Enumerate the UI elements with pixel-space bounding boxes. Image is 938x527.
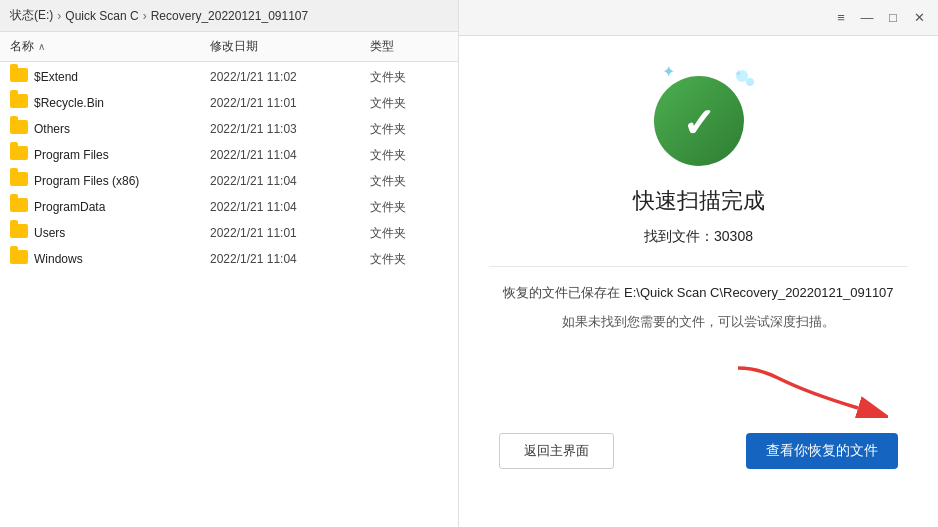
- success-circle: ✦ ✦ ✓: [654, 76, 744, 166]
- checkmark-icon: ✓: [682, 103, 716, 143]
- file-type: 文件夹: [370, 225, 450, 242]
- folder-icon: [10, 94, 28, 112]
- recovery-panel: ≡ — □ ✕ ✦ ✦ ✓ 快速扫描完成 找到文件：30308 恢复的文件已保存…: [458, 0, 938, 527]
- file-date: 2022/1/21 11:04: [210, 200, 370, 214]
- sort-arrow-icon: ∧: [38, 41, 45, 52]
- button-row: 返回主界面 查看你恢复的文件: [489, 433, 908, 469]
- files-found-count: 30308: [714, 228, 753, 244]
- file-date: 2022/1/21 11:03: [210, 122, 370, 136]
- recovery-content: ✦ ✦ ✓ 快速扫描完成 找到文件：30308 恢复的文件已保存在 E:\Qui…: [459, 36, 938, 527]
- folder-icon: [10, 146, 28, 164]
- save-path-prefix: 恢复的文件已保存在: [503, 285, 620, 300]
- file-type: 文件夹: [370, 121, 450, 138]
- folder-icon: [10, 224, 28, 242]
- file-name: ProgramData: [34, 200, 210, 214]
- file-type: 文件夹: [370, 251, 450, 268]
- file-row[interactable]: Program Files 2022/1/21 11:04 文件夹: [0, 142, 480, 168]
- breadcrumb-sep2: ›: [143, 9, 147, 23]
- file-row[interactable]: Users 2022/1/21 11:01 文件夹: [0, 220, 480, 246]
- save-path-text: 恢复的文件已保存在 E:\Quick Scan C\Recovery_20220…: [503, 283, 893, 304]
- file-row[interactable]: $Extend 2022/1/21 11:02 文件夹: [0, 64, 480, 90]
- folder-icon: [10, 172, 28, 190]
- save-path-value: E:\Quick Scan C\Recovery_20220121_091107: [624, 285, 894, 300]
- col-type-label: 类型: [370, 38, 450, 55]
- breadcrumb-part3[interactable]: Recovery_20220121_091107: [151, 9, 308, 23]
- file-row[interactable]: Others 2022/1/21 11:03 文件夹: [0, 116, 480, 142]
- file-date: 2022/1/21 11:04: [210, 252, 370, 266]
- col-name-label[interactable]: 名称: [10, 38, 34, 55]
- col-date-label: 修改日期: [210, 38, 370, 55]
- file-name: $Recycle.Bin: [34, 96, 210, 110]
- explorer-panel: 状态(E:) › Quick Scan C › Recovery_2022012…: [0, 0, 480, 527]
- close-button[interactable]: ✕: [910, 9, 928, 27]
- breadcrumb-sep1: ›: [57, 9, 61, 23]
- folder-icon: [10, 68, 28, 86]
- minimize-button[interactable]: —: [858, 9, 876, 27]
- file-date: 2022/1/21 11:01: [210, 226, 370, 240]
- file-type: 文件夹: [370, 95, 450, 112]
- divider: [489, 266, 908, 267]
- file-row[interactable]: Program Files (x86) 2022/1/21 11:04 文件夹: [0, 168, 480, 194]
- red-arrow-icon: [728, 363, 888, 418]
- file-name: Users: [34, 226, 210, 240]
- file-date: 2022/1/21 11:02: [210, 70, 370, 84]
- file-row[interactable]: $Recycle.Bin 2022/1/21 11:01 文件夹: [0, 90, 480, 116]
- sparkle-2: ✦: [734, 68, 742, 79]
- file-row[interactable]: ProgramData 2022/1/21 11:04 文件夹: [0, 194, 480, 220]
- back-button[interactable]: 返回主界面: [499, 433, 614, 469]
- file-name: Program Files (x86): [34, 174, 210, 188]
- file-name: Others: [34, 122, 210, 136]
- files-found: 找到文件：30308: [644, 228, 753, 246]
- breadcrumb-part2[interactable]: Quick Scan C: [65, 9, 138, 23]
- file-row[interactable]: Windows 2022/1/21 11:04 文件夹: [0, 246, 480, 272]
- menu-button[interactable]: ≡: [832, 9, 850, 27]
- file-type: 文件夹: [370, 199, 450, 216]
- titlebar: ≡ — □ ✕: [459, 0, 938, 36]
- folder-icon: [10, 250, 28, 268]
- maximize-button[interactable]: □: [884, 9, 902, 27]
- folder-icon: [10, 120, 28, 138]
- file-type: 文件夹: [370, 147, 450, 164]
- file-date: 2022/1/21 11:04: [210, 174, 370, 188]
- file-type: 文件夹: [370, 69, 450, 86]
- hint-text: 如果未找到您需要的文件，可以尝试深度扫描。: [562, 312, 835, 333]
- breadcrumb-part1: 状态(E:): [10, 7, 53, 24]
- success-title: 快速扫描完成: [633, 186, 765, 216]
- breadcrumb: 状态(E:) › Quick Scan C › Recovery_2022012…: [0, 0, 480, 32]
- folder-icon: [10, 198, 28, 216]
- file-type: 文件夹: [370, 173, 450, 190]
- explorer-column-header: 名称 ∧ 修改日期 类型: [0, 32, 480, 62]
- view-recovered-button[interactable]: 查看你恢复的文件: [746, 433, 898, 469]
- file-list: $Extend 2022/1/21 11:02 文件夹 $Recycle.Bin…: [0, 62, 480, 274]
- arrow-area: [489, 363, 908, 423]
- file-date: 2022/1/21 11:01: [210, 96, 370, 110]
- files-found-label: 找到文件：: [644, 228, 714, 244]
- sparkle-1: ✦: [662, 62, 675, 81]
- file-name: $Extend: [34, 70, 210, 84]
- file-name: Program Files: [34, 148, 210, 162]
- file-name: Windows: [34, 252, 210, 266]
- file-date: 2022/1/21 11:04: [210, 148, 370, 162]
